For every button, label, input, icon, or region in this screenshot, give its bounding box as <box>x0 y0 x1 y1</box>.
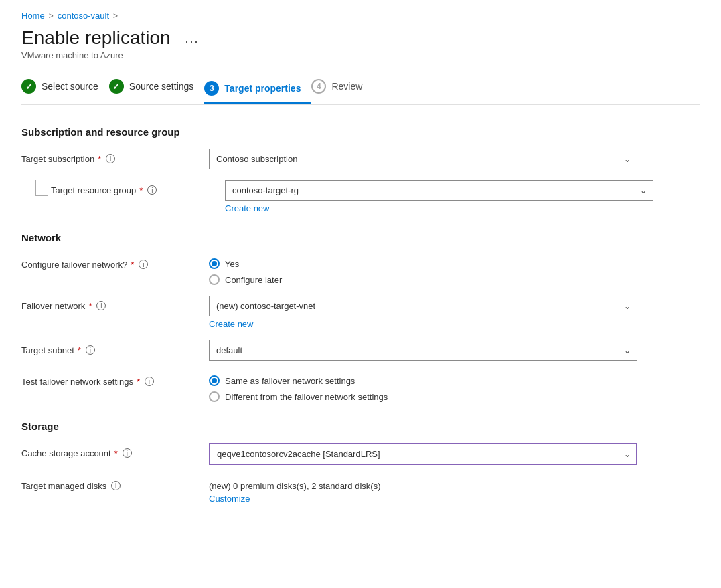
label-target-subscription: Target subscription * i <box>21 149 209 164</box>
wizard-step-source-settings[interactable]: ✓ Source settings <box>109 76 205 96</box>
wizard-step-select-source[interactable]: ✓ Select source <box>21 76 109 96</box>
form-row-test-failover: Test failover network settings * i Same … <box>21 371 700 402</box>
control-test-failover: Same as failover network settings Differ… <box>209 371 700 402</box>
radio-circle-same <box>209 375 220 386</box>
cache-storage-select[interactable]: qeqve1contosorcv2acache [StandardLRS] <box>209 443 637 465</box>
label-configure-failover: Configure failover network? * i <box>21 254 209 270</box>
required-star-subscription: * <box>98 154 101 164</box>
info-icon-cache[interactable]: i <box>123 448 132 458</box>
control-managed-disks: (new) 0 premium disks(s), 2 standard dis… <box>209 476 700 504</box>
section-title-storage: Storage <box>21 421 700 432</box>
required-star-test-failover: * <box>137 377 140 387</box>
label-cache-storage: Cache storage account * i <box>21 443 209 458</box>
step-number-4: 4 <box>317 82 321 91</box>
form-row-target-subscription: Target subscription * i Contoso subscrip… <box>21 149 700 169</box>
required-star-cache: * <box>114 448 118 458</box>
required-star-subnet: * <box>78 345 81 355</box>
section-title-network: Network <box>21 232 700 243</box>
step-label-3: Target properties <box>224 83 301 94</box>
form-row-managed-disks: Target managed disks i (new) 0 premium d… <box>21 476 700 504</box>
select-wrapper-subscription: Contoso subscription ⌄ <box>209 149 637 169</box>
section-network: Network Configure failover network? * i … <box>21 232 700 402</box>
section-subscription: Subscription and resource group Target s… <box>21 126 700 213</box>
customize-managed-disks-link[interactable]: Customize <box>209 494 250 504</box>
create-new-rg-link[interactable]: Create new <box>225 203 269 213</box>
info-icon-failover-net[interactable]: i <box>96 301 106 310</box>
target-resource-group-select[interactable]: contoso-target-rg <box>225 180 653 201</box>
indent-connector <box>35 180 48 196</box>
radio-item-same[interactable]: Same as failover network settings <box>209 375 700 386</box>
target-subscription-select[interactable]: Contoso subscription <box>209 149 637 169</box>
check-icon-1: ✓ <box>25 82 33 92</box>
step-number-3: 3 <box>210 84 214 93</box>
control-cache-storage: qeqve1contosorcv2acache [StandardLRS] ⌄ <box>209 443 700 465</box>
breadcrumb-home[interactable]: Home <box>21 11 45 21</box>
select-wrapper-failover-net: (new) contoso-target-vnet ⌄ <box>209 296 637 316</box>
select-wrapper-cache: qeqve1contosorcv2acache [StandardLRS] ⌄ <box>209 443 637 465</box>
radio-item-different[interactable]: Different from the failover network sett… <box>209 391 700 402</box>
step-label-2: Source settings <box>129 81 194 92</box>
step-circle-1: ✓ <box>21 79 36 94</box>
info-icon-test-failover[interactable]: i <box>145 377 154 386</box>
form-row-failover-network: Failover network * i (new) contoso-targe… <box>21 296 700 329</box>
required-star-rg: * <box>139 185 143 195</box>
step-label-1: Select source <box>42 81 98 92</box>
label-failover-network: Failover network * i <box>21 296 209 311</box>
select-wrapper-subnet: default ⌄ <box>209 340 637 361</box>
step-circle-2: ✓ <box>109 79 124 94</box>
breadcrumb-separator-1: > <box>49 11 54 21</box>
radio-item-yes[interactable]: Yes <box>209 258 700 269</box>
breadcrumb-vault[interactable]: contoso-vault <box>58 11 109 21</box>
section-title-subscription: Subscription and resource group <box>21 126 700 138</box>
breadcrumb-separator-2: > <box>113 11 118 21</box>
check-icon-2: ✓ <box>112 82 120 92</box>
step-circle-4: 4 <box>311 79 326 94</box>
select-wrapper-rg: contoso-target-rg ⌄ <box>225 180 653 201</box>
required-star-failover-net: * <box>88 301 92 311</box>
step-label-4: Review <box>331 81 362 92</box>
step-circle-3: 3 <box>204 81 219 96</box>
create-new-failover-net-link[interactable]: Create new <box>209 319 253 329</box>
managed-disks-value: (new) 0 premium disks(s), 2 standard dis… <box>209 476 700 491</box>
section-storage: Storage Cache storage account * i qeqve1… <box>21 421 700 504</box>
control-target-subscription: Contoso subscription ⌄ <box>209 149 700 169</box>
radio-group-failover: Yes Configure later <box>209 254 700 285</box>
radio-label-yes: Yes <box>225 259 239 269</box>
wizard-steps: ✓ Select source ✓ Source settings 3 Targ… <box>21 76 700 105</box>
radio-group-test-failover: Same as failover network settings Differ… <box>209 371 700 402</box>
page-title: Enable replication <box>21 27 171 49</box>
form-row-target-subnet: Target subnet * i default ⌄ <box>21 340 700 361</box>
radio-circle-different <box>209 391 220 402</box>
wizard-step-review[interactable]: 4 Review <box>311 76 373 96</box>
control-failover-network: (new) contoso-target-vnet ⌄ Create new <box>209 296 700 329</box>
form-row-target-resource-group: Target resource group * i contoso-target… <box>35 180 700 213</box>
radio-label-different: Different from the failover network sett… <box>225 392 388 402</box>
form-row-cache-storage: Cache storage account * i qeqve1contosor… <box>21 443 700 465</box>
info-icon-managed-disks[interactable]: i <box>111 481 121 490</box>
label-managed-disks: Target managed disks i <box>21 476 209 491</box>
form-row-configure-failover: Configure failover network? * i Yes Conf… <box>21 254 700 285</box>
info-icon-failover[interactable]: i <box>139 260 148 269</box>
info-icon-subscription[interactable]: i <box>106 154 115 163</box>
failover-network-select[interactable]: (new) contoso-target-vnet <box>209 296 637 316</box>
info-icon-subnet[interactable]: i <box>86 345 95 355</box>
control-target-subnet: default ⌄ <box>209 340 700 361</box>
ellipsis-menu[interactable]: ... <box>185 32 199 46</box>
label-test-failover: Test failover network settings * i <box>21 371 209 387</box>
radio-circle-later <box>209 274 220 285</box>
control-target-resource-group: contoso-target-rg ⌄ Create new <box>225 180 700 213</box>
radio-item-configure-later[interactable]: Configure later <box>209 274 700 285</box>
breadcrumb: Home > contoso-vault > <box>21 11 700 21</box>
radio-circle-yes <box>209 258 220 269</box>
control-configure-failover: Yes Configure later <box>209 254 700 285</box>
radio-label-same: Same as failover network settings <box>225 376 355 386</box>
page-container: Home > contoso-vault > Enable replicatio… <box>0 0 721 544</box>
info-icon-rg[interactable]: i <box>147 185 157 195</box>
required-star-failover: * <box>131 260 134 270</box>
label-target-resource-group: Target resource group * i <box>51 180 225 195</box>
label-target-subnet: Target subnet * i <box>21 340 209 355</box>
target-subnet-select[interactable]: default <box>209 340 637 361</box>
page-subtitle: VMware machine to Azure <box>21 50 700 60</box>
wizard-step-target-properties[interactable]: 3 Target properties <box>204 78 311 104</box>
radio-label-later: Configure later <box>225 275 282 285</box>
